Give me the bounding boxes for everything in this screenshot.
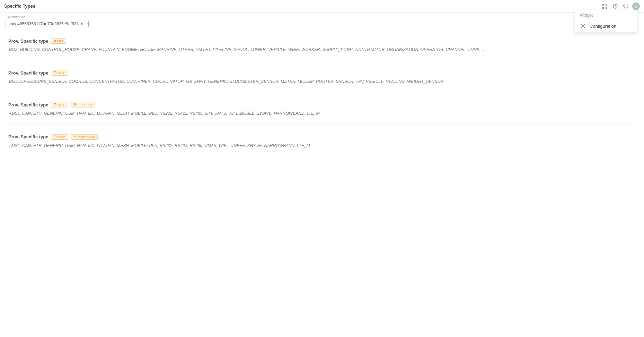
widget-popup-header: Widget (575, 10, 637, 20)
section-label-asset: Prov. Specific type (8, 38, 48, 44)
section-row-asset: Prov. Specific type Asset BOX, BUILDING,… (8, 38, 636, 60)
svg-point-5 (582, 25, 584, 27)
org-label: Organization (6, 15, 638, 19)
section-header-asset: Prov. Specific type Asset (8, 38, 636, 44)
org-selector-area: Organization cacd495583681ff7aa70e3826e9… (0, 12, 644, 31)
page-wrapper: Specific Types (0, 0, 644, 337)
badge-device-2: Device (51, 102, 68, 107)
section-row-device-subscriber: Prov. Specific type Device Subscriber AD… (8, 102, 636, 124)
section-values-device-subscriber: ADSL, CAN, ETH, GENERIC, GSM, HAN, I2C, … (8, 110, 636, 117)
section-header-device: Prov. Specific type Device (8, 70, 636, 76)
configuration-icon (580, 23, 586, 29)
org-dropdown[interactable]: cacd495583681ff7aa70e3826e9df828_o... ▼ (6, 20, 89, 28)
svg-rect-1 (606, 4, 607, 6)
refresh-icon[interactable] (622, 2, 629, 10)
section-label-device: Prov. Specific type (8, 70, 48, 76)
top-bar-icons: U (601, 2, 640, 10)
section-row-device: Prov. Specific type Device BLOODPRESSURE… (8, 70, 636, 92)
badge-subscription: Subscription (71, 134, 98, 140)
chevron-down-icon: ▼ (87, 22, 90, 26)
badge-subscriber: Subscriber (71, 102, 95, 107)
svg-rect-3 (606, 7, 607, 9)
widget-popup: Widget Configuration (575, 10, 637, 32)
configuration-label: Configuration (590, 24, 616, 29)
section-header-device-subscriber: Prov. Specific type Device Subscriber (8, 102, 636, 107)
badge-device-3: Device (51, 134, 68, 140)
org-value: cacd495583681ff7aa70e3826e9df828_o... (9, 21, 87, 26)
section-row-device-subscription: Prov. Specific type Device Subscription … (8, 134, 636, 156)
svg-rect-2 (602, 7, 604, 9)
history-icon[interactable] (611, 2, 619, 10)
top-bar: Specific Types (0, 0, 644, 12)
badge-device: Device (51, 70, 68, 76)
section-header-device-subscription: Prov. Specific type Device Subscription (8, 134, 636, 140)
main-content: Prov. Specific type Asset BOX, BUILDING,… (0, 31, 644, 337)
svg-rect-0 (602, 4, 604, 6)
section-values-device-subscription: ADSL, CAN, ETH, GENERIC, GSM, HAN, I2C, … (8, 142, 636, 149)
user-icon[interactable]: U (632, 2, 640, 10)
configuration-menu-item[interactable]: Configuration (575, 20, 637, 32)
section-label-device-subscriber: Prov. Specific type (8, 102, 48, 107)
section-values-device: BLOODPRESSURE_SENSOR, COMHUB, CONCENTRAT… (8, 78, 636, 85)
page-title: Specific Types (4, 3, 35, 9)
grid-icon[interactable] (601, 2, 609, 10)
badge-asset: Asset (51, 38, 66, 44)
section-values-asset: BOX, BUILDING, CONTROL_HOUSE, CRANE, FOU… (8, 46, 636, 53)
section-label-device-subscription: Prov. Specific type (8, 134, 48, 139)
